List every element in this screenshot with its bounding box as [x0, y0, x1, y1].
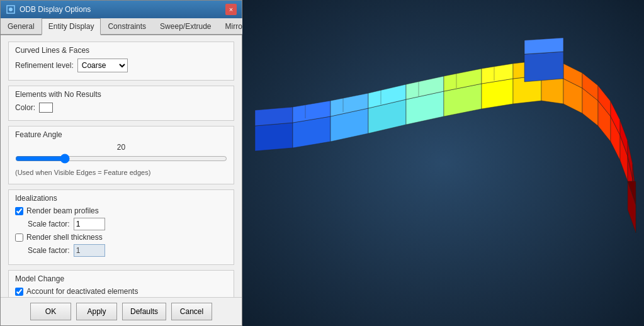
- beam-scale-input[interactable]: [74, 218, 105, 230]
- beam-scale-row: Scale factor:: [28, 218, 227, 230]
- tab-bar: General Entity Display Constraints Sweep…: [1, 18, 242, 35]
- curved-lines-group: Curved Lines & Faces Refinement level: C…: [8, 42, 234, 81]
- color-label: Color:: [15, 103, 35, 112]
- account-deactivated-row: Account for deactivated elements: [15, 287, 227, 296]
- apply-button[interactable]: Apply: [76, 303, 117, 320]
- refinement-row: Refinement level: Coarse Medium Fine: [15, 59, 227, 72]
- feature-angle-slider[interactable]: [15, 153, 227, 164]
- svg-marker-14: [482, 79, 513, 109]
- elements-no-results-title: Elements with No Results: [15, 90, 227, 99]
- app-icon: [6, 4, 16, 14]
- cancel-button[interactable]: Cancel: [171, 303, 212, 320]
- beam-scale-label: Scale factor:: [28, 220, 70, 228]
- svg-marker-3: [255, 107, 293, 126]
- color-swatch[interactable]: [39, 103, 53, 113]
- feature-angle-group: Feature Angle 20 (Used when Visible Edge…: [8, 126, 234, 184]
- title-bar-left: ODB Display Options: [6, 4, 91, 14]
- dialog: ODB Display Options × General Entity Dis…: [0, 0, 242, 326]
- model-change-title: Model Change: [15, 274, 227, 283]
- tab-sweep-extrude[interactable]: Sweep/Extrude: [153, 18, 218, 34]
- render-shell-label: Render shell thickness: [26, 233, 103, 242]
- ok-button[interactable]: OK: [30, 303, 71, 320]
- svg-marker-36: [524, 38, 563, 54]
- model-change-group: Model Change Account for deactivated ele…: [8, 270, 234, 297]
- slider-area: 20: [15, 143, 227, 166]
- shell-scale-input[interactable]: [74, 244, 105, 257]
- idealizations-group: Idealizations Render beam profiles Scale…: [8, 189, 234, 265]
- tab-entity-display[interactable]: Entity Display: [42, 18, 101, 35]
- shell-scale-label: Scale factor:: [28, 246, 70, 255]
- refinement-label: Refinement level:: [15, 61, 74, 70]
- curved-lines-title: Curved Lines & Faces: [15, 46, 227, 55]
- svg-point-1: [9, 8, 13, 11]
- tab-general[interactable]: General: [1, 18, 42, 34]
- render-beam-row: Render beam profiles: [15, 206, 227, 215]
- feature-angle-title: Feature Angle: [15, 130, 227, 139]
- idealizations-title: Idealizations: [15, 194, 227, 203]
- render-shell-row: Render shell thickness: [15, 233, 227, 242]
- footer: OK Apply Defaults Cancel: [1, 297, 242, 325]
- svg-marker-34: [524, 52, 563, 82]
- color-row: Color:: [15, 103, 227, 113]
- tab-constraints[interactable]: Constraints: [101, 18, 153, 34]
- render-beam-checkbox[interactable]: [15, 207, 23, 215]
- render-beam-label: Render beam profiles: [26, 206, 99, 215]
- title-bar: ODB Display Options ×: [1, 1, 242, 18]
- render-shell-checkbox[interactable]: [15, 233, 23, 242]
- close-button[interactable]: ×: [225, 4, 237, 15]
- content-area: Curved Lines & Faces Refinement level: C…: [1, 35, 242, 297]
- elements-no-results-group: Elements with No Results Color:: [8, 86, 234, 121]
- refinement-select[interactable]: Coarse Medium Fine: [77, 59, 128, 72]
- slider-value: 20: [15, 143, 227, 152]
- shell-scale-row: Scale factor:: [28, 244, 227, 257]
- defaults-button[interactable]: Defaults: [122, 303, 166, 320]
- account-deactivated-label: Account for deactivated elements: [26, 287, 138, 296]
- feature-angle-note: (Used when Visible Edges = Feature edges…: [15, 169, 227, 176]
- dialog-title: ODB Display Options: [20, 5, 91, 14]
- 3d-viewport: [242, 0, 644, 326]
- account-deactivated-checkbox[interactable]: [15, 288, 23, 296]
- svg-marker-2: [255, 123, 293, 151]
